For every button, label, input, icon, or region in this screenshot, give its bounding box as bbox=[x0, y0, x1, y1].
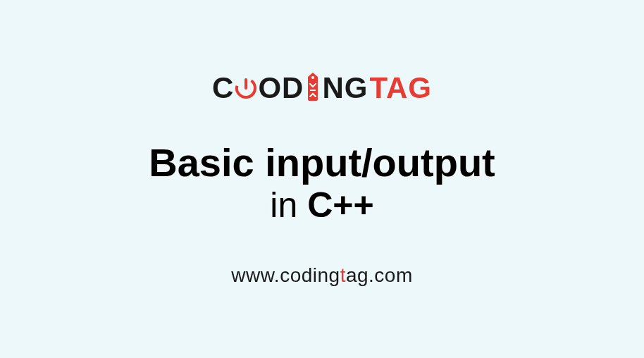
url-part2: ag.com bbox=[346, 264, 413, 286]
title-line-1: Basic input/output bbox=[149, 140, 495, 185]
website-url: www.codingtag.com bbox=[231, 264, 413, 287]
logo-power-icon bbox=[235, 77, 257, 99]
brand-logo: C OD NG TAG bbox=[212, 71, 432, 105]
logo-letter-c: C bbox=[212, 71, 234, 105]
title-in-text: in bbox=[270, 185, 307, 225]
price-tag-icon bbox=[305, 71, 321, 102]
title-cpp-text: C++ bbox=[307, 185, 374, 225]
title-line-2: in C++ bbox=[149, 185, 495, 226]
url-part1: www.coding bbox=[231, 264, 340, 286]
url-red-t: t bbox=[340, 264, 346, 286]
logo-text-tag: TAG bbox=[369, 71, 432, 105]
logo-letters-od: OD bbox=[258, 71, 304, 105]
logo-letters-ng: NG bbox=[322, 71, 368, 105]
logo-text-coding: C OD NG bbox=[212, 71, 368, 105]
main-title: Basic input/output in C++ bbox=[149, 140, 495, 226]
svg-point-2 bbox=[311, 76, 314, 79]
